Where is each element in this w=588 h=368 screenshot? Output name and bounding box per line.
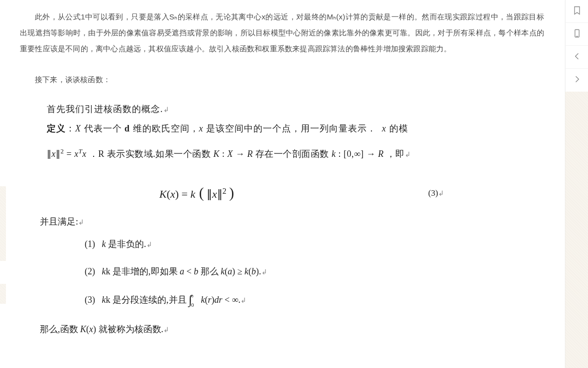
def-t1: 代表一个: [81, 123, 124, 133]
line-end-mark: ↲: [163, 106, 170, 114]
phone-icon: [572, 28, 582, 40]
condition-1: (1) k 是非负的.↲: [85, 237, 544, 252]
bookmark-icon: [572, 5, 582, 17]
condition-3: (3) kk 是分段连续的,并且 ∫0∞ k(r)dr < ∞.↲: [85, 291, 544, 308]
paragraph-next: 接下来，谈谈核函数：: [20, 72, 544, 88]
definition-line: 定义：X 代表一个 d 维的欧氏空间，x 是该空间中的一个点，用一列向量表示． …: [47, 121, 544, 136]
concl-b: 就被称为核函数.: [96, 324, 163, 334]
def-x: x: [199, 123, 204, 133]
prev-button[interactable]: [566, 46, 588, 69]
equation-norm: ‖x‖2 = xTx ．R 表示实数域.如果一个函数 K : X → R 存在一…: [47, 144, 544, 162]
definition-label: 定义: [47, 123, 66, 133]
eq1-t2: 存在一个剖面函数: [255, 149, 332, 159]
equation-3: K(x) = k ( ‖x‖2 ) (3)↲: [20, 184, 544, 202]
chevron-left-icon: [572, 51, 582, 63]
article-body: 此外，从公式1中可以看到，只要是落入Sₕ的采样点，无论其离中心x的远近，对最终的…: [0, 0, 564, 368]
satisfy-line: 并且满足:↲: [40, 216, 544, 228]
kernel-intro: 首先我们引进核函数的概念.↲: [47, 102, 544, 117]
def-d: d: [124, 123, 130, 133]
intro-text: 首先我们引进核函数的概念.: [47, 104, 163, 114]
def-t2: 维的欧氏空间，: [130, 123, 199, 133]
mobile-button[interactable]: [566, 23, 588, 46]
talk-text: 接下来，谈谈核函数：: [35, 75, 111, 84]
concl-a: 那么,函数: [40, 324, 80, 334]
def-colon: ：: [66, 123, 75, 133]
cond3-num: (3): [85, 295, 95, 305]
chevron-right-icon: [572, 74, 582, 86]
decor-patch: [0, 284, 6, 304]
cond2-num: (2): [85, 266, 95, 276]
def-x2: x: [382, 123, 386, 133]
paragraph-text: 此外，从公式1中可以看到，只要是落入Sₕ的采样点，无论其离中心x的远近，对最终的…: [20, 12, 544, 53]
satisfy-text: 并且满足:: [40, 217, 78, 227]
def-X: X: [75, 123, 81, 133]
decor-patch: [0, 186, 6, 261]
equation-number-3: (3)↲: [428, 186, 444, 201]
def-t3: 是该空间中的一个点，用一列向量表示．: [204, 123, 377, 133]
bookmark-button[interactable]: [566, 0, 588, 23]
conclusion-line: 那么,函数 K(x) 就被称为核函数.↲: [40, 323, 544, 335]
def-t4: 的模: [386, 123, 408, 133]
condition-2: (2) kk 是非增的,即如果 a < b 那么 k(a) ≥ k(b).↲: [85, 264, 544, 279]
cond1-num: (1): [85, 239, 95, 249]
sidebar-decor: [565, 92, 588, 368]
eq1-t1: ．R 表示实数域.如果一个函数: [89, 149, 214, 159]
next-button[interactable]: [566, 69, 588, 92]
paragraph-additional: 此外，从公式1中可以看到，只要是落入Sₕ的采样点，无论其离中心x的远近，对最终的…: [20, 9, 544, 57]
line-end-mark-2: ↲: [405, 150, 411, 158]
eq1-t3: ，即: [386, 149, 405, 159]
